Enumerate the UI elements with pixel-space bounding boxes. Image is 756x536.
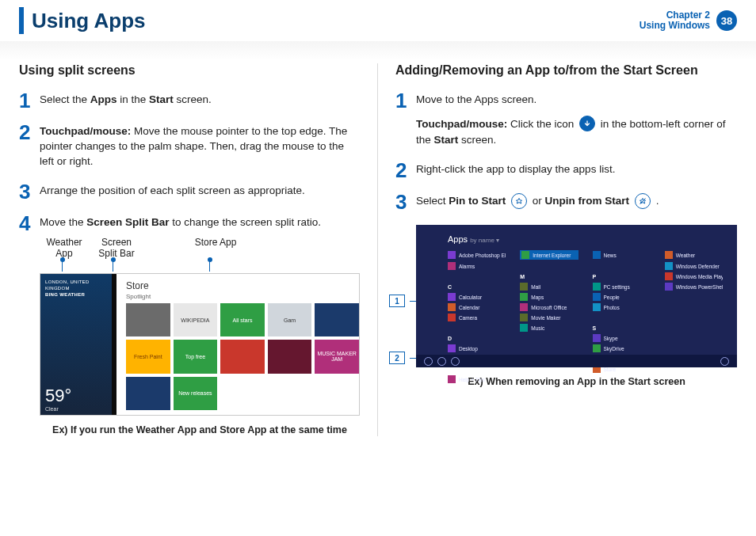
page: Using Apps Chapter 2 Using Windows 38 Us…	[0, 0, 756, 536]
step-text: Select the Apps in the Start screen.	[40, 92, 212, 109]
apps-empty	[448, 324, 506, 332]
apps-group-header: P	[593, 274, 651, 280]
leader-icon	[209, 260, 210, 272]
store-title: Store	[116, 274, 359, 293]
apps-item: People	[593, 293, 651, 301]
step-number: 3	[19, 183, 40, 200]
apps-title: Apps by name ▾	[448, 234, 723, 244]
step-number: 1	[395, 92, 416, 147]
step-r1: 1 Move to the Apps screen. Touchpad/mous…	[395, 92, 737, 147]
apps-group-header: M	[520, 274, 578, 280]
step-number: 4	[19, 215, 40, 232]
weather-location: LONDON, UNITED KINGDOM BING WEATHER	[45, 279, 107, 298]
apps-group-header: C	[448, 284, 506, 291]
apps-item: Maps	[520, 293, 578, 301]
leader-lines	[40, 260, 360, 272]
step-4: 4 Move the Screen Split Bar to change th…	[19, 215, 360, 232]
cmd-icon	[437, 357, 446, 366]
apps-empty	[520, 344, 578, 352]
step-text: Move to the Apps screen. Touchpad/mouse:…	[416, 92, 737, 147]
apps-item: Windows Media Player	[665, 272, 723, 280]
store-tile	[315, 303, 359, 336]
chapter-line2: Using Windows	[640, 21, 710, 31]
apps-item: Alarms	[448, 262, 506, 270]
split-screenshot: LONDON, UNITED KINGDOM BING WEATHER 59° …	[40, 273, 360, 416]
step-number: 1	[19, 92, 40, 109]
left-column: Using split screens 1 Select the Apps in…	[19, 63, 378, 436]
apps-empty	[593, 375, 651, 383]
page-header: Using Apps Chapter 2 Using Windows 38	[19, 0, 737, 41]
command-bar	[416, 355, 737, 367]
apps-item: Skype	[593, 334, 651, 342]
label-splitbar: Screen Split Bar	[89, 237, 144, 259]
apps-empty	[520, 262, 578, 270]
step-number: 2	[19, 124, 40, 169]
pin-icon	[511, 193, 527, 209]
step-2: 2 Touchpad/mouse: Move the mouse pointer…	[19, 124, 360, 169]
apps-item: News	[593, 250, 651, 260]
apps-empty	[520, 334, 578, 342]
header-accent-bar	[19, 7, 24, 34]
apps-group-header: D	[448, 336, 506, 342]
columns: Using split screens 1 Select the Apps in…	[19, 63, 737, 436]
step-text: Right-click the app to display the apps …	[416, 162, 615, 179]
header-left: Using Apps	[19, 7, 145, 34]
apps-empty	[665, 303, 723, 311]
apps-screenshot: Apps by name ▾ Adobe Photoshop ElementsI…	[416, 225, 737, 367]
apps-item: Internet Explorer	[520, 250, 578, 260]
apps-item: Weather	[665, 250, 723, 260]
apps-empty	[665, 344, 723, 352]
apps-item: Microsoft Office	[520, 303, 578, 311]
apps-item: PC settings	[593, 283, 651, 291]
store-tile	[126, 303, 170, 336]
figure-labels: Weather App Screen Split Bar Store App	[40, 237, 360, 259]
store-tile	[126, 377, 170, 410]
store-tile: New releases	[174, 377, 218, 410]
apps-item: Mail	[520, 283, 578, 291]
chapter-meta: Chapter 2 Using Windows	[640, 10, 710, 31]
apps-item: Windows PowerShell	[665, 283, 723, 291]
apps-item: Help + Tips	[448, 375, 506, 383]
apps-item: Movie Maker	[520, 314, 578, 321]
store-tile: WIKIPEDIA	[174, 303, 218, 336]
store-tile: All stars	[220, 303, 265, 336]
apps-item: Camera	[448, 314, 506, 321]
cmd-icon	[720, 357, 729, 366]
figure-left-caption: Ex) If you run the Weather App and Store…	[40, 424, 360, 436]
label-store: Store App	[168, 237, 263, 259]
weather-pane: LONDON, UNITED KINGDOM BING WEATHER 59° …	[40, 274, 112, 415]
apps-item: Photos	[593, 303, 651, 311]
apps-item: Calculator	[448, 293, 506, 301]
store-tiles: WIKIPEDIAAll starsGamFresh PaintTop free…	[116, 303, 359, 415]
store-sub: Spotlight	[116, 293, 359, 303]
page-title: Using Apps	[32, 9, 145, 33]
page-number-badge: 38	[716, 10, 737, 31]
store-pane: Store Spotlight WIKIPEDIAAll starsGamFre…	[116, 274, 359, 415]
right-column: Adding/Removing an App to/from the Start…	[378, 63, 737, 436]
right-heading: Adding/Removing an App to/from the Start…	[395, 63, 737, 78]
leader-icon	[113, 260, 113, 272]
step-number: 2	[395, 162, 416, 179]
figure-left: LONDON, UNITED KINGDOM BING WEATHER 59° …	[40, 260, 360, 436]
step-text: Select Pin to Start or Unpin from Start …	[416, 193, 659, 211]
store-tile	[220, 340, 265, 373]
apps-group-header: S	[593, 325, 651, 332]
down-arrow-circle-icon	[579, 116, 595, 131]
step-r3: 3 Select Pin to Start or Unpin from Star…	[395, 193, 737, 211]
unpin-icon	[635, 193, 651, 209]
store-tile: MUSIC MAKER JAM	[315, 340, 359, 373]
figure-right: 1 2 Apps by name ▾ Adobe Photoshop Eleme…	[416, 225, 737, 388]
store-tile	[268, 340, 312, 373]
step-text: Arrange the position of each split scree…	[40, 183, 305, 200]
store-tile: Fresh Paint	[126, 340, 170, 373]
cmd-icon	[451, 357, 460, 366]
apps-empty	[448, 272, 506, 280]
apps-empty	[593, 262, 651, 270]
step-1: 1 Select the Apps in the Start screen.	[19, 92, 360, 109]
apps-item: Calendar	[448, 303, 506, 311]
apps-empty	[520, 375, 578, 383]
step-text: Touchpad/mouse: Move the mouse pointer t…	[40, 124, 360, 169]
step-number: 3	[395, 193, 416, 211]
apps-item: Windows Defender	[665, 262, 723, 270]
apps-item: Desktop	[448, 344, 506, 352]
